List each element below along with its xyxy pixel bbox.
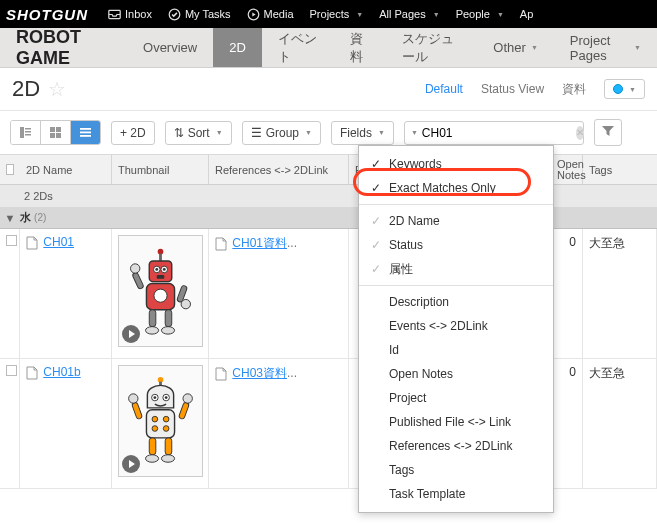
group-button[interactable]: ☰Group▼ <box>242 121 321 145</box>
svg-rect-7 <box>50 127 55 132</box>
cell-tags[interactable]: 大至急 <box>583 229 657 358</box>
check-icon: ✓ <box>371 214 389 228</box>
project-title: ROBOT GAME <box>0 27 127 69</box>
menu-item-references2dlink[interactable]: References <-> 2DLink <box>359 434 553 458</box>
cell-name[interactable]: CH01b <box>20 359 112 488</box>
tab-other[interactable]: Other▼ <box>477 28 553 67</box>
cell-tags[interactable]: 大至急 <box>583 359 657 488</box>
nav-allpages-label: All Pages <box>379 8 425 20</box>
svg-point-45 <box>129 394 138 403</box>
checkbox-header[interactable] <box>0 155 20 184</box>
row-checkbox[interactable] <box>0 359 20 488</box>
table-row[interactable]: CH01b <box>0 359 657 489</box>
view-mode-card[interactable] <box>11 121 41 144</box>
col-opennotes[interactable]: OpenNotes <box>551 155 583 184</box>
data-table: 2D Name Thumbnail References <-> 2DLink … <box>0 155 657 489</box>
nav-people-label: People <box>456 8 490 20</box>
brand-logo[interactable]: SHOTGUN <box>6 6 88 23</box>
status-indicator[interactable]: ▼ <box>604 79 645 99</box>
cell-thumbnail[interactable] <box>112 359 209 488</box>
chevron-down-icon: ▼ <box>634 44 641 51</box>
thumbnail[interactable] <box>118 365 203 477</box>
col-thumbnail[interactable]: Thumbnail <box>112 155 209 184</box>
menu-item-tasktemplate[interactable]: Task Template <box>359 482 553 506</box>
sort-icon: ⇅ <box>174 126 184 140</box>
chevron-down-icon: ▼ <box>497 11 504 18</box>
filter-button[interactable] <box>594 119 622 146</box>
group-row[interactable]: ▼ 水 (2) 0 <box>0 207 657 229</box>
tab-event[interactable]: イベント <box>262 28 334 67</box>
search-input[interactable] <box>422 126 572 140</box>
menu-item-project[interactable]: Project <box>359 386 553 410</box>
nav-people[interactable]: People▼ <box>448 0 512 28</box>
fields-button[interactable]: Fields▼ <box>331 121 394 145</box>
table-row[interactable]: CH01 <box>0 229 657 359</box>
svg-point-42 <box>163 426 169 432</box>
add-button[interactable]: + 2D <box>111 121 155 145</box>
play-overlay-icon[interactable] <box>122 455 140 473</box>
nav-apps-label: Ap <box>520 8 533 20</box>
checkbox-icon <box>6 164 14 175</box>
thumbnail[interactable] <box>118 235 203 347</box>
sort-button[interactable]: ⇅Sort▼ <box>165 121 232 145</box>
col-2dname[interactable]: 2D Name <box>20 155 112 184</box>
page-header: 2D ☆ Default Status View 資料 ▼ <box>0 68 657 111</box>
cell-opennotes: 0 <box>551 229 583 358</box>
menu-item-keywords[interactable]: ✓Keywords <box>359 152 553 176</box>
view-default[interactable]: Default <box>425 82 463 96</box>
menu-item-opennotes[interactable]: Open Notes <box>359 362 553 386</box>
svg-rect-5 <box>25 131 31 133</box>
menu-item-description[interactable]: Description <box>359 290 553 314</box>
row-checkbox[interactable] <box>0 229 20 358</box>
page-icon <box>26 366 38 380</box>
menu-item-events2dlink[interactable]: Events <-> 2DLink <box>359 314 553 338</box>
menu-item-exactmatch[interactable]: ✓Exact Matches Only <box>359 176 553 200</box>
chevron-down-icon[interactable]: ▼ <box>411 129 418 136</box>
tab-schedule[interactable]: スケジュール <box>386 28 478 67</box>
svg-point-26 <box>131 264 140 273</box>
nav-mytasks[interactable]: My Tasks <box>160 0 239 28</box>
menu-item-status[interactable]: ✓Status <box>359 233 553 257</box>
check-icon: ✓ <box>371 262 389 276</box>
menu-item-id[interactable]: Id <box>359 338 553 362</box>
tab-material[interactable]: 資料 <box>334 28 386 67</box>
separator <box>359 285 553 286</box>
view-material[interactable]: 資料 <box>562 81 586 98</box>
nav-apps[interactable]: Ap <box>512 0 541 28</box>
tab-projectpages[interactable]: Project Pages▼ <box>554 28 657 67</box>
col-references[interactable]: References <-> 2DLink <box>209 155 349 184</box>
view-status[interactable]: Status View <box>481 82 544 96</box>
group-collapse-icon[interactable]: ▼ <box>0 212 20 224</box>
nav-inbox[interactable]: Inbox <box>100 0 160 28</box>
menu-item-tags[interactable]: Tags <box>359 458 553 482</box>
clear-search-icon[interactable]: ✕ <box>576 126 584 140</box>
col-tags[interactable]: Tags <box>583 155 657 184</box>
svg-rect-43 <box>132 402 143 420</box>
chevron-down-icon: ▼ <box>531 44 538 51</box>
favorite-star-icon[interactable]: ☆ <box>48 77 66 101</box>
svg-rect-48 <box>165 438 172 455</box>
menu-item-2dname[interactable]: ✓2D Name <box>359 209 553 233</box>
svg-point-50 <box>161 455 174 463</box>
svg-rect-28 <box>149 310 156 327</box>
nav-allpages[interactable]: All Pages▼ <box>371 0 447 28</box>
nav-media[interactable]: Media <box>239 0 302 28</box>
cell-reference[interactable]: CH01資料... <box>209 229 349 358</box>
search-box[interactable]: ▼ ✕ <box>404 121 584 145</box>
view-mode-grid[interactable] <box>41 121 71 144</box>
check-icon: ✓ <box>371 181 389 195</box>
cell-name[interactable]: CH01 <box>20 229 112 358</box>
group-icon: ☰ <box>251 126 262 140</box>
play-overlay-icon[interactable] <box>122 325 140 343</box>
tab-2d[interactable]: 2D <box>213 28 262 67</box>
cell-reference[interactable]: CH03資料... <box>209 359 349 488</box>
nav-inbox-label: Inbox <box>125 8 152 20</box>
cell-thumbnail[interactable] <box>112 229 209 358</box>
svg-rect-47 <box>149 438 156 455</box>
view-mode-list[interactable] <box>71 121 100 144</box>
chevron-down-icon: ▼ <box>305 129 312 136</box>
nav-projects[interactable]: Projects▼ <box>302 0 372 28</box>
tab-overview[interactable]: Overview <box>127 28 213 67</box>
menu-item-attribute[interactable]: ✓属性 <box>359 257 553 281</box>
menu-item-publishedfile[interactable]: Published File <-> Link <box>359 410 553 434</box>
